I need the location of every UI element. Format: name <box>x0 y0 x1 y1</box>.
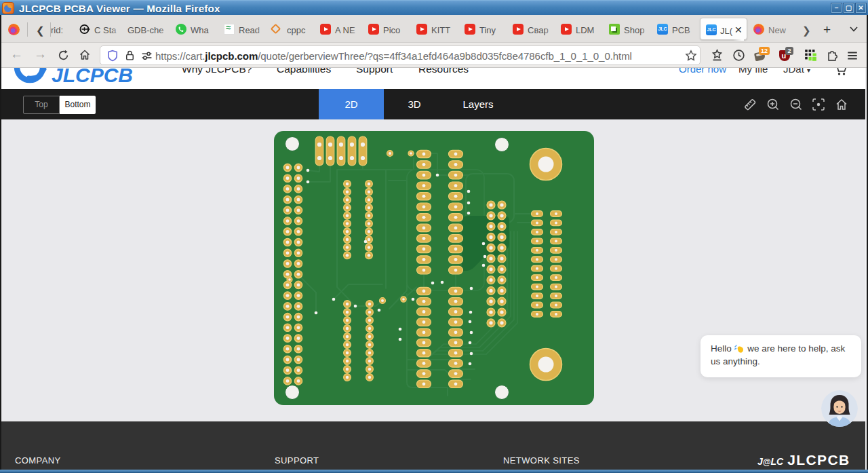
svg-text:JLCPCB: JLCPCB <box>52 68 133 86</box>
